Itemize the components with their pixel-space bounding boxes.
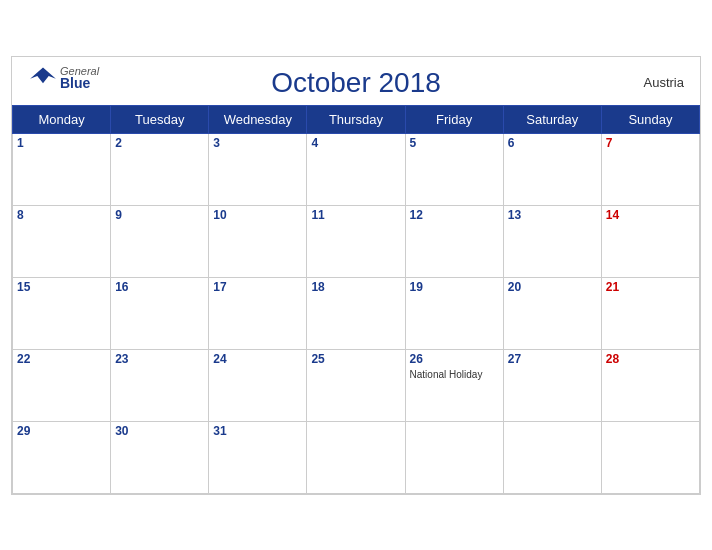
calendar-day-cell: 23: [111, 349, 209, 421]
calendar-day-cell: 10: [209, 205, 307, 277]
day-number: 29: [17, 424, 106, 438]
calendar-day-cell: 2: [111, 133, 209, 205]
calendar-day-cell: [601, 421, 699, 493]
calendar-day-cell: 5: [405, 133, 503, 205]
calendar-day-cell: [405, 421, 503, 493]
logo: [28, 66, 58, 90]
day-number: 3: [213, 136, 302, 150]
day-number: 19: [410, 280, 499, 294]
day-number: 28: [606, 352, 695, 366]
calendar-week-row: 891011121314: [13, 205, 700, 277]
calendar-day-cell: [503, 421, 601, 493]
calendar-day-cell: 29: [13, 421, 111, 493]
calendar-day-cell: 30: [111, 421, 209, 493]
col-thursday: Thursday: [307, 105, 405, 133]
day-number: 11: [311, 208, 400, 222]
calendar-day-cell: 17: [209, 277, 307, 349]
calendar-day-cell: [307, 421, 405, 493]
calendar-week-row: 2223242526National Holiday2728: [13, 349, 700, 421]
calendar-day-cell: 1: [13, 133, 111, 205]
calendar-table: Monday Tuesday Wednesday Thursday Friday…: [12, 105, 700, 494]
calendar-body: 1234567891011121314151617181920212223242…: [13, 133, 700, 493]
holiday-label: National Holiday: [410, 368, 499, 381]
calendar-day-cell: 18: [307, 277, 405, 349]
calendar-day-cell: 4: [307, 133, 405, 205]
calendar-day-cell: 26National Holiday: [405, 349, 503, 421]
day-number: 21: [606, 280, 695, 294]
day-number: 2: [115, 136, 204, 150]
day-number: 13: [508, 208, 597, 222]
calendar-day-cell: 28: [601, 349, 699, 421]
calendar-day-cell: 31: [209, 421, 307, 493]
day-number: 23: [115, 352, 204, 366]
calendar-day-cell: 25: [307, 349, 405, 421]
day-number: 5: [410, 136, 499, 150]
calendar-day-cell: 8: [13, 205, 111, 277]
calendar-day-cell: 12: [405, 205, 503, 277]
col-monday: Monday: [13, 105, 111, 133]
day-number: 1: [17, 136, 106, 150]
logo-area: General Blue: [28, 65, 99, 91]
calendar-container: General Blue October 2018 Austria Monday…: [11, 56, 701, 495]
calendar-day-cell: 16: [111, 277, 209, 349]
month-title: October 2018: [271, 67, 441, 99]
day-number: 22: [17, 352, 106, 366]
col-sunday: Sunday: [601, 105, 699, 133]
day-number: 12: [410, 208, 499, 222]
day-number: 6: [508, 136, 597, 150]
day-number: 9: [115, 208, 204, 222]
calendar-day-cell: 15: [13, 277, 111, 349]
day-number: 24: [213, 352, 302, 366]
day-number: 20: [508, 280, 597, 294]
country-label: Austria: [644, 75, 684, 90]
calendar-day-cell: 9: [111, 205, 209, 277]
day-number: 17: [213, 280, 302, 294]
col-saturday: Saturday: [503, 105, 601, 133]
day-number: 10: [213, 208, 302, 222]
calendar-day-cell: 27: [503, 349, 601, 421]
day-number: 16: [115, 280, 204, 294]
day-number: 31: [213, 424, 302, 438]
day-number: 14: [606, 208, 695, 222]
calendar-day-cell: 24: [209, 349, 307, 421]
day-number: 26: [410, 352, 499, 366]
weekday-header-row: Monday Tuesday Wednesday Thursday Friday…: [13, 105, 700, 133]
calendar-day-cell: 14: [601, 205, 699, 277]
logo-text: General Blue: [60, 65, 99, 91]
logo-blue: Blue: [60, 75, 99, 91]
day-number: 18: [311, 280, 400, 294]
day-number: 30: [115, 424, 204, 438]
col-friday: Friday: [405, 105, 503, 133]
calendar-week-row: 15161718192021: [13, 277, 700, 349]
day-number: 7: [606, 136, 695, 150]
day-number: 25: [311, 352, 400, 366]
calendar-day-cell: 13: [503, 205, 601, 277]
day-number: 15: [17, 280, 106, 294]
calendar-header: General Blue October 2018 Austria: [12, 57, 700, 105]
day-number: 8: [17, 208, 106, 222]
calendar-day-cell: 22: [13, 349, 111, 421]
calendar-day-cell: 20: [503, 277, 601, 349]
calendar-week-row: 1234567: [13, 133, 700, 205]
calendar-day-cell: 7: [601, 133, 699, 205]
day-number: 4: [311, 136, 400, 150]
calendar-week-row: 293031: [13, 421, 700, 493]
col-wednesday: Wednesday: [209, 105, 307, 133]
day-number: 27: [508, 352, 597, 366]
calendar-day-cell: 21: [601, 277, 699, 349]
col-tuesday: Tuesday: [111, 105, 209, 133]
svg-marker-0: [30, 67, 56, 83]
calendar-day-cell: 19: [405, 277, 503, 349]
calendar-day-cell: 6: [503, 133, 601, 205]
calendar-day-cell: 3: [209, 133, 307, 205]
logo-icon: [28, 66, 58, 86]
calendar-day-cell: 11: [307, 205, 405, 277]
